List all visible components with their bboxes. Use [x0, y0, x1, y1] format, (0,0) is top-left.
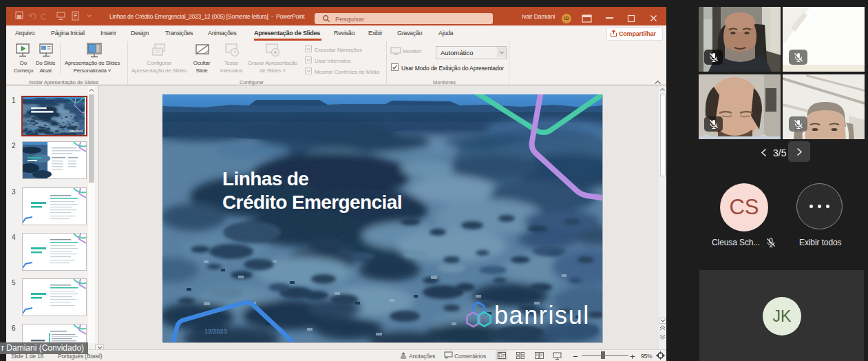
- svg-text:12/2023: 12/2023: [204, 328, 227, 335]
- svg-text:banrisul: banrisul: [494, 301, 590, 329]
